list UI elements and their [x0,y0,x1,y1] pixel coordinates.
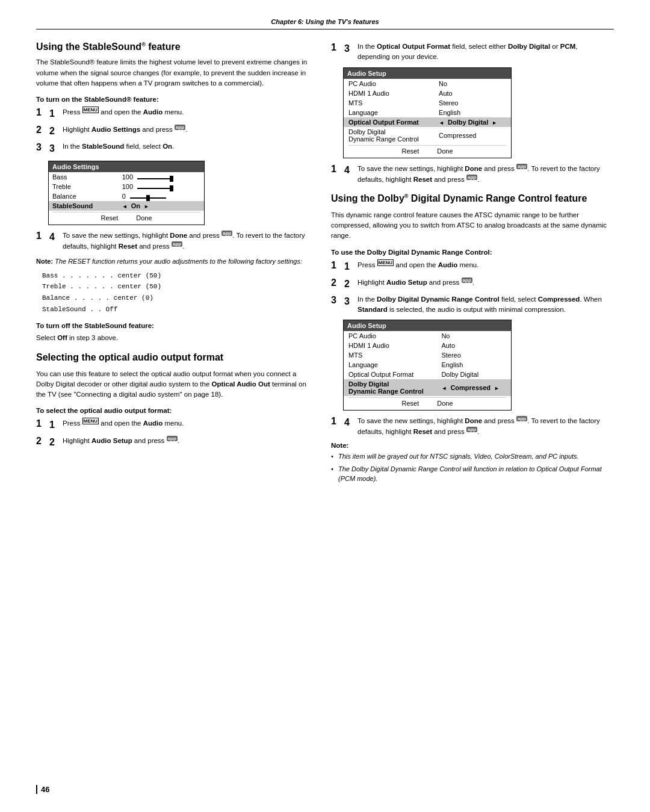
note-label: Note: [331,442,608,449]
menu-icon: MENU [82,107,99,113]
optical-audio-intro: You can use this feature to select the o… [36,369,313,400]
ok-btn-icon-6: app [466,175,477,180]
drc-left-arrow [441,384,448,391]
ok-btn-icon-9: app [466,427,477,432]
balance-slider [130,197,166,199]
drc-step4-list: 4 To save the new settings, highlight Do… [331,415,608,437]
menu-icon-2: MENU [82,418,99,424]
drc-step-3: 3 In the Dolby Digital Dynamic Range Con… [331,294,608,315]
ok-btn-icon: app [175,125,185,130]
reset-btn-1[interactable]: Reset [101,214,118,222]
table-footer-2: Reset Done [348,145,506,157]
step-2: 2 Highlight Audio Settings and press app… [36,124,313,138]
optical-left-arrow-1 [439,119,446,126]
stablesound-right-arrow [142,202,149,209]
audio-setup-table-2: Audio Setup PC Audio No HDMI 1 Audio Aut… [343,320,512,411]
turn-off-text: Select Off in step 3 above. [36,333,313,343]
ok-btn-icon-5: app [516,164,527,169]
menu-icon-3: MENU [377,259,394,266]
turn-on-subhead: To turn on the StableSound® feature: [36,96,313,103]
optical-audio-title: Selecting the optical audio output forma… [36,352,313,363]
stablesound-title: Using the StableSound® feature [36,42,313,52]
language-row-1: Language English [344,108,512,117]
drc-step-1: 1 Press MENU and open the Audio menu. [331,259,608,274]
table-footer-row-3: Reset Done [344,396,512,411]
dolby-drc-title: Using the Dolby® Digital Dynamic Range C… [331,193,608,204]
step-4-stablesound: 4 To save the new settings, highlight Do… [36,230,313,252]
drc-step-2: 2 Highlight Audio Setup and press app. [331,277,608,291]
optical-step-2: 2 Highlight Audio Setup and press app. [36,435,313,450]
table-footer-row-2: Reset Done [344,144,512,158]
factory-settings: Bass . . . . . . . center (50) Treble . … [42,270,313,315]
chapter-header: Chapter 6: Using the TV's features [36,18,614,29]
reset-btn-2[interactable]: Reset [401,147,419,155]
done-btn-3[interactable]: Done [437,400,453,407]
treble-row: Treble 100 [49,182,205,191]
dolby-drc-steps: 1 Press MENU and open the Audio menu. 2 … [331,259,608,315]
reset-btn-3[interactable]: Reset [401,400,419,407]
done-btn-2[interactable]: Done [437,147,453,155]
done-btn-1[interactable]: Done [136,214,152,222]
audio-settings-table-title: Audio Settings [49,161,205,173]
balance-row: Balance 0 [49,191,205,201]
dolby-drc-subhead: To use the Dolby Digital Dynamic Range C… [331,249,608,256]
bass-row: Bass 100 [49,172,205,182]
stablesound-on-steps: 1 Press MENU and open the Audio menu. 2 … [36,107,313,156]
optical-steps: 1 Press MENU and open the Audio menu. 2 … [36,418,313,450]
dolby-range-row-2: Dolby DigitalDynamic Range Control Compr… [344,379,512,396]
bass-slider [137,178,173,179]
note-bullet-2: The Dolby Digital Dynamic Range Control … [331,464,608,484]
table-footer-row-1: Reset Done [49,211,205,225]
drc-step-4: 4 To save the new settings, highlight Do… [331,415,608,437]
balance-thumb [146,195,150,201]
optical-right-arrow-1 [490,119,497,126]
pc-audio-row-2: PC Audio No [344,331,512,341]
mts-row-1: MTS Stereo [344,98,512,108]
step-3: 3 In the StableSound field, select On. [36,141,313,156]
turn-off-subhead: To turn off the StableSound feature: [36,322,313,329]
drc-right-arrow [492,384,500,391]
note-bullet-1: This item will be grayed out for NTSC si… [331,451,608,462]
optical-step3-list: 3 In the Optical Output Format field, se… [331,42,608,63]
treble-thumb [170,185,173,191]
mts-row-2: MTS Stereo [344,350,512,360]
step-1: 1 Press MENU and open the Audio menu. [36,107,313,121]
language-row-2: Language English [344,360,512,370]
table-footer-1: Reset Done [52,212,200,223]
hdmi1-audio-row-2: HDMI 1 Audio Auto [344,341,512,350]
audio-settings-table-1: Audio Settings Bass 100 Treble 100 [48,161,205,225]
table-footer-3: Reset Done [348,397,506,409]
dolby-drc-intro: This dynamic range control feature cause… [331,210,608,241]
ok-btn-icon-2: app [221,231,232,236]
stablesound-left-arrow [122,202,129,209]
stablesound-intro: The StableSound® feature limits the high… [36,57,313,88]
optical-step-3: 3 In the Optical Output Format field, se… [331,42,608,63]
ok-btn-icon-8: app [516,416,527,421]
ok-btn-icon-3: app [172,241,182,247]
optical-step-1: 1 Press MENU and open the Audio menu. [36,418,313,432]
stablesound-note: Note: The RESET function returns your au… [36,256,313,267]
right-column: 3 In the Optical Output Format field, se… [331,42,608,486]
treble-slider [137,188,173,189]
stablesound-step4: 4 To save the new settings, highlight Do… [36,230,313,252]
audio-setup-title-1: Audio Setup [344,67,512,79]
optical-output-row-2: Optical Output Format Dolby Digital [344,370,512,379]
bass-thumb [170,176,173,182]
optical-output-row-1: Optical Output Format Dolby Digital [344,117,512,127]
audio-setup-title-2: Audio Setup [344,320,512,332]
page-number: 46 [36,785,49,794]
dolby-range-row-1: Dolby DigitalDynamic Range Control Compr… [344,127,512,144]
left-column: Using the StableSound® feature The Stabl… [36,42,313,486]
optical-step4-list: 4 To save the new settings, highlight Do… [331,163,608,185]
drc-note-section: Note: This item will be grayed out for N… [331,442,608,484]
pc-audio-row-1: PC Audio No [344,79,512,88]
ok-btn-icon-4: app [167,436,178,441]
optical-step-4: 4 To save the new settings, highlight Do… [331,163,608,185]
ok-btn-icon-7: app [462,277,472,283]
optical-subhead: To select the optical audio output forma… [36,407,313,414]
stablesound-row: StableSound On [49,201,205,211]
hdmi1-audio-row-1: HDMI 1 Audio Auto [344,88,512,98]
audio-setup-table-1: Audio Setup PC Audio No HDMI 1 Audio Aut… [343,67,512,158]
